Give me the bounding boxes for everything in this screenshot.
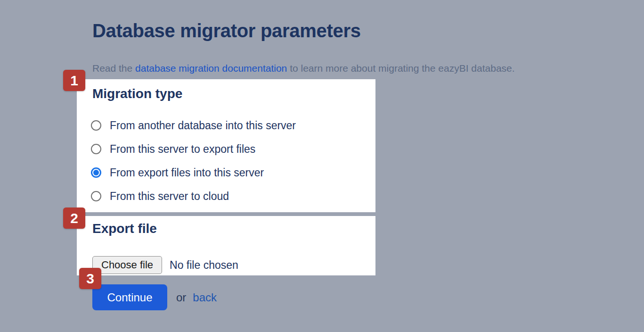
radio-option-label: From this server to export files	[110, 143, 255, 156]
radio-button-icon[interactable]	[91, 144, 101, 154]
radio-option-from-another-database[interactable]: From another database into this server	[91, 114, 375, 137]
intro-suffix: to learn more about migrating the eazyBI…	[287, 63, 514, 74]
continue-button[interactable]: Continue	[92, 284, 167, 310]
migration-type-radio-group: From another database into this server F…	[91, 114, 375, 208]
file-input-row: Choose file No file chosen	[92, 256, 375, 274]
database-migrator-page: Database migrator parameters Read the da…	[0, 0, 644, 332]
radio-option-export-files-into-server[interactable]: From export files into this server	[91, 161, 375, 184]
back-link[interactable]: back	[193, 291, 217, 304]
or-text: or	[176, 291, 186, 304]
step-3-badge: 3	[79, 268, 101, 289]
export-file-panel: Export file Choose file No file chosen	[77, 216, 375, 275]
radio-option-label: From export files into this server	[110, 166, 264, 179]
intro-text: Read the database migration documentatio…	[92, 62, 515, 75]
intro-prefix: Read the	[92, 63, 135, 74]
radio-button-icon[interactable]	[91, 191, 101, 201]
radio-option-label: From this server to cloud	[110, 190, 229, 203]
file-chosen-status: No file chosen	[170, 259, 238, 272]
choose-file-button[interactable]: Choose file	[92, 256, 162, 274]
radio-button-icon[interactable]	[91, 167, 101, 178]
form-actions: Continue or back	[92, 284, 217, 310]
migration-type-panel: Migration type From another database int…	[77, 79, 375, 212]
page-title: Database migrator parameters	[92, 20, 361, 42]
radio-option-label: From another database into this server	[110, 119, 296, 132]
radio-option-server-to-cloud[interactable]: From this server to cloud	[91, 184, 375, 208]
step-2-badge: 2	[63, 208, 85, 229]
export-file-heading: Export file	[92, 221, 375, 237]
radio-button-icon[interactable]	[91, 120, 101, 131]
radio-option-server-to-export-files[interactable]: From this server to export files	[91, 137, 375, 161]
database-migration-documentation-link[interactable]: database migration documentation	[135, 63, 287, 74]
migration-type-heading: Migration type	[92, 86, 375, 102]
step-1-badge: 1	[63, 70, 85, 91]
